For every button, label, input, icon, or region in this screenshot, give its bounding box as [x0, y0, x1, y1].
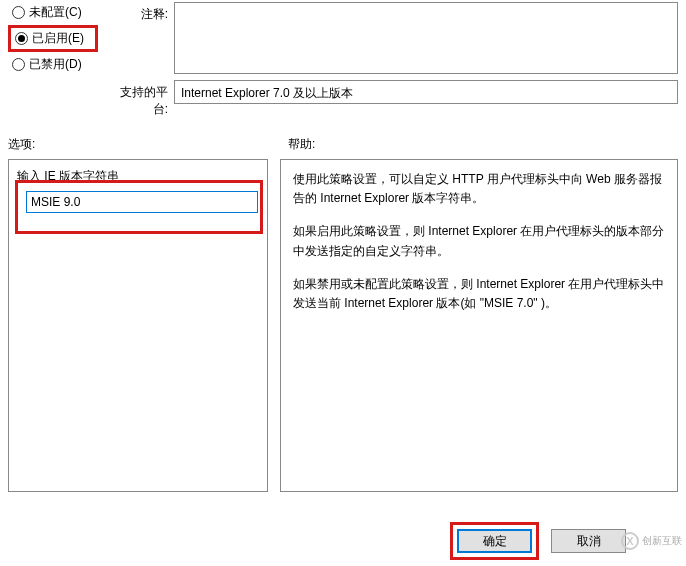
radio-icon: [15, 32, 28, 45]
radio-enabled[interactable]: 已启用(E): [11, 28, 95, 49]
help-paragraph: 如果启用此策略设置，则 Internet Explorer 在用户代理标头的版本…: [293, 222, 665, 260]
watermark-icon: X: [621, 532, 639, 550]
highlight-ok-button: 确定: [450, 522, 539, 560]
highlight-enabled: 已启用(E): [8, 25, 98, 52]
help-paragraph: 使用此策略设置，可以自定义 HTTP 用户代理标头中向 Web 服务器报告的 I…: [293, 170, 665, 208]
help-label: 帮助:: [288, 136, 315, 153]
dialog-button-row: 确定 取消: [450, 522, 626, 560]
comment-textarea[interactable]: [174, 2, 678, 74]
options-label: 选项:: [8, 136, 288, 153]
radio-label: 已禁用(D): [29, 56, 82, 73]
comment-label: 注释:: [108, 2, 168, 23]
version-string-input[interactable]: [26, 191, 258, 213]
help-panel: 使用此策略设置，可以自定义 HTTP 用户代理标头中向 Web 服务器报告的 I…: [280, 159, 678, 492]
radio-label: 已启用(E): [32, 30, 84, 47]
watermark: X 创新互联: [621, 532, 682, 550]
radio-label: 未配置(C): [29, 4, 82, 21]
button-label: 确定: [483, 533, 507, 550]
platform-value: Internet Explorer 7.0 及以上版本: [174, 80, 678, 104]
help-paragraph: 如果禁用或未配置此策略设置，则 Internet Explorer 在用户代理标…: [293, 275, 665, 313]
radio-icon: [12, 58, 25, 71]
radio-disabled[interactable]: 已禁用(D): [8, 54, 98, 75]
radio-icon: [12, 6, 25, 19]
cancel-button[interactable]: 取消: [551, 529, 626, 553]
platform-label: 支持的平台:: [108, 80, 168, 118]
options-panel: 输入 IE 版本字符串: [8, 159, 268, 492]
watermark-text: 创新互联: [642, 534, 682, 548]
ok-button[interactable]: 确定: [457, 529, 532, 553]
highlight-version-input: [15, 180, 263, 234]
config-state-radio-group: 未配置(C) 已启用(E) 已禁用(D): [8, 2, 98, 75]
button-label: 取消: [577, 533, 601, 550]
radio-not-configured[interactable]: 未配置(C): [8, 2, 98, 23]
